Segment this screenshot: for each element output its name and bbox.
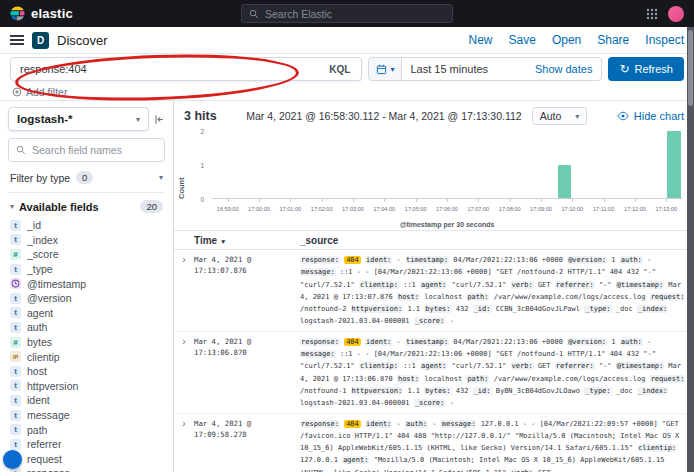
source-field-name: bytes: <box>424 387 451 395</box>
source-field-name: path: <box>466 375 489 383</box>
x-axis-tick-label: 17:03:00 <box>342 206 364 212</box>
help-button[interactable] <box>3 450 22 469</box>
source-field-value: 1 <box>611 338 615 346</box>
hits-number: 3 <box>184 109 191 123</box>
field-type-icon: t <box>10 380 21 391</box>
collapse-sidebar-icon[interactable] <box>154 114 165 125</box>
doc-table-header: Time ▼ _source <box>174 231 694 250</box>
available-fields-header[interactable]: ▾ Available fields 20 <box>8 193 165 218</box>
field-item-auth[interactable]: tauth <box>8 320 165 335</box>
global-search-placeholder: Search Elastic <box>265 8 332 20</box>
nav-action-open[interactable]: Open <box>552 33 581 47</box>
query-language-button[interactable]: KQL <box>327 64 352 75</box>
nav-action-share[interactable]: Share <box>597 33 629 47</box>
source-field-name: message: <box>441 420 477 428</box>
histogram-bar[interactable] <box>667 131 681 198</box>
fields-sidebar: logstash-* ▾ Search field names Filter b… <box>0 101 174 472</box>
refresh-button[interactable]: ↻ Refresh <box>608 57 684 81</box>
field-item-host[interactable]: thost <box>8 364 165 379</box>
field-item-path[interactable]: tpath <box>8 422 165 437</box>
expand-row-icon[interactable]: › <box>174 254 194 328</box>
field-name: httpversion <box>27 380 78 392</box>
column-header-source[interactable]: _source <box>300 235 694 246</box>
field-item-agent[interactable]: tagent <box>8 306 165 321</box>
nav-action-inspect[interactable]: Inspect <box>645 33 684 47</box>
field-item-_type[interactable]: t_type <box>8 262 165 277</box>
query-input[interactable]: response:404 KQL <box>10 57 362 81</box>
index-pattern-label: logstash-* <box>17 113 73 125</box>
source-field-value: 04/Mar/2021:22:13:06 +0000 <box>453 338 563 346</box>
field-item-@timestamp[interactable]: @timestamp <box>8 276 165 291</box>
field-search-input[interactable]: Search field names <box>8 138 165 162</box>
scrollbar[interactable] <box>687 27 694 472</box>
field-name: agent <box>27 307 53 319</box>
field-item-bytes[interactable]: #bytes <box>8 335 165 350</box>
source-field-name: path: <box>466 293 489 301</box>
user-avatar[interactable] <box>668 6 684 22</box>
field-item-message[interactable]: tmessage <box>8 408 165 423</box>
hide-chart-label: Hide chart <box>634 110 684 122</box>
field-type-icon: t <box>10 293 21 304</box>
add-filter-label: Add filter <box>26 86 67 98</box>
histogram-bar[interactable] <box>558 165 572 199</box>
field-type-icon: t <box>10 424 21 435</box>
show-dates-button[interactable]: Show dates <box>535 63 601 75</box>
doc-table-row: ›Mar 4, 2021 @ 17:09:58.278response: 404… <box>174 414 694 472</box>
menu-icon[interactable] <box>10 35 24 45</box>
field-item-request[interactable]: trequest <box>8 452 165 467</box>
x-axis-tick <box>572 198 573 202</box>
field-item-referrer[interactable]: treferrer <box>8 437 165 452</box>
interval-select[interactable]: Auto ▾ <box>532 107 588 125</box>
field-item-response[interactable]: tresponse <box>8 466 165 472</box>
field-item-_score[interactable]: #_score <box>8 247 165 262</box>
x-axis-tick <box>604 198 605 202</box>
index-pattern-select[interactable]: logstash-* ▾ <box>8 107 149 131</box>
field-item-httpversion[interactable]: thttpversion <box>8 379 165 394</box>
nav-action-save[interactable]: Save <box>509 33 536 47</box>
filter-by-type[interactable]: Filter by type 0 ▾ <box>8 170 165 193</box>
field-item-_index[interactable]: t_index <box>8 233 165 248</box>
filter-count-badge: 0 <box>76 171 93 184</box>
field-item-@version[interactable]: t@version <box>8 291 165 306</box>
source-field-name: message: <box>300 268 336 276</box>
doc-time: Mar 4, 2021 @ 17:13:07.876 <box>194 254 300 328</box>
source-field-value: - <box>397 256 401 264</box>
date-quick-select-button[interactable]: ▾ <box>369 58 402 80</box>
eye-icon <box>617 111 629 121</box>
x-axis-tick <box>478 198 479 202</box>
source-field-name: auth: <box>620 256 643 264</box>
expand-row-icon[interactable]: › <box>174 418 194 472</box>
column-header-time[interactable]: Time ▼ <box>174 235 300 246</box>
field-item-clientip[interactable]: IPclientip <box>8 349 165 364</box>
filter-bar: Add filter <box>0 84 694 100</box>
time-range-label[interactable]: Last 15 minutes <box>402 63 535 75</box>
plus-circle-icon <box>12 87 22 97</box>
source-field-value: GET <box>538 281 551 289</box>
field-type-icon: # <box>10 249 21 260</box>
field-item-ident[interactable]: tident <box>8 393 165 408</box>
global-header: elastic Search Elastic <box>0 0 694 27</box>
source-field-name: referrer: <box>555 362 595 370</box>
source-field-name: agent: <box>420 362 447 370</box>
source-field-value-highlighted: 404 <box>344 338 361 346</box>
add-filter-button[interactable]: Add filter <box>12 86 67 98</box>
scrollbar-thumb[interactable] <box>688 30 693 106</box>
source-field-name: @version: <box>567 256 607 264</box>
doc-source: response: 404 ident: - timestamp: 04/Mar… <box>300 336 694 410</box>
apps-grid-icon[interactable] <box>646 8 658 20</box>
brand[interactable]: elastic <box>10 6 73 21</box>
content: logstash-* ▾ Search field names Filter b… <box>0 100 694 472</box>
expand-row-icon[interactable]: › <box>174 336 194 410</box>
page-title: Discover <box>57 33 108 48</box>
x-axis-title: @timestamp per 30 seconds <box>212 221 682 228</box>
source-field-name: _id: <box>473 387 492 395</box>
x-axis-tick-label: 17:06:00 <box>436 206 458 212</box>
field-item-_id[interactable]: t_id <box>8 218 165 233</box>
field-name: clientip <box>27 351 60 363</box>
source-field-value: 04/Mar/2021:22:13:06 +0000 <box>453 256 563 264</box>
source-field-name: clientip: <box>359 362 399 370</box>
nav-action-new[interactable]: New <box>469 33 493 47</box>
source-field-name: timestamp: <box>405 256 449 264</box>
hide-chart-button[interactable]: Hide chart <box>617 110 684 122</box>
global-search-input[interactable]: Search Elastic <box>241 4 453 23</box>
